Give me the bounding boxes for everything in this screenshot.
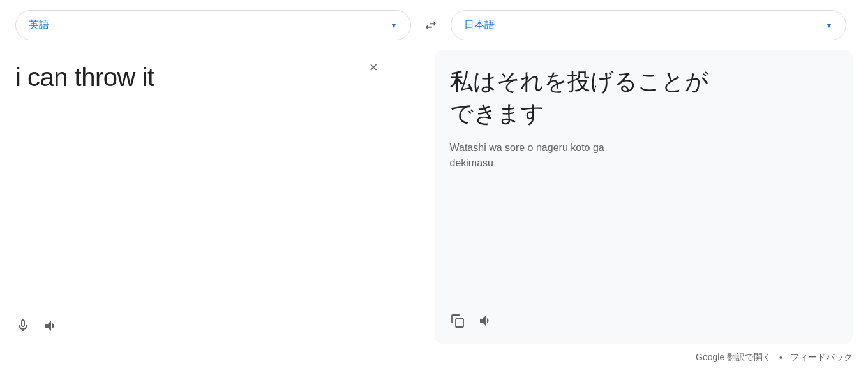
target-actions xyxy=(450,303,838,328)
target-panel: 私はそれを投げることができます Watashi wa sore o nageru… xyxy=(435,50,853,344)
top-bar: 英語 ▼ 日本語 ▼ xyxy=(0,0,868,50)
source-speaker-button[interactable] xyxy=(43,318,59,333)
feedback-link[interactable]: フィードバック xyxy=(790,352,853,363)
main-content: i can throw it × 私はそれを投げることができます Watashi… xyxy=(0,50,868,344)
target-lang-selector[interactable]: 日本語 ▼ xyxy=(451,10,846,40)
target-speaker-icon xyxy=(478,313,493,328)
source-microphone-button[interactable] xyxy=(15,318,31,333)
source-lang-label: 英語 xyxy=(29,18,49,32)
source-text: i can throw it xyxy=(15,61,403,94)
copy-button[interactable] xyxy=(450,313,465,328)
copy-icon xyxy=(450,313,465,328)
target-speaker-button[interactable] xyxy=(478,313,493,328)
open-google-translate-link[interactable]: Google 翻訳で開く xyxy=(696,352,772,363)
bottom-bar: Google 翻訳で開く • フィードバック xyxy=(0,344,868,371)
clear-button[interactable]: × xyxy=(370,61,378,75)
source-lang-selector[interactable]: 英語 ▼ xyxy=(15,10,411,40)
separator: • xyxy=(779,353,782,363)
microphone-icon xyxy=(15,318,31,333)
source-panel: i can throw it × xyxy=(15,50,403,344)
svg-rect-0 xyxy=(456,319,463,327)
speaker-icon xyxy=(43,318,59,333)
vertical-divider xyxy=(414,50,414,344)
source-actions xyxy=(15,318,59,333)
target-lang-label: 日本語 xyxy=(464,18,495,32)
swap-languages-button[interactable] xyxy=(419,13,443,38)
romanization-text: Watashi wa sore o nageru koto gadekimasu xyxy=(450,140,838,171)
target-lang-chevron-icon: ▼ xyxy=(825,21,833,30)
swap-icon xyxy=(424,18,438,33)
source-lang-chevron-icon: ▼ xyxy=(390,21,398,30)
translation-text: 私はそれを投げることができます xyxy=(450,66,838,130)
